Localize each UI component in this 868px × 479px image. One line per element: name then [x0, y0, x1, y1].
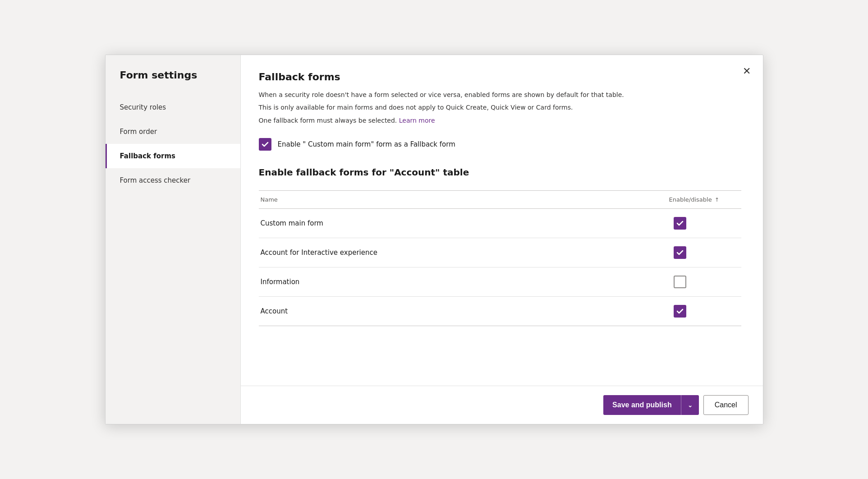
row-name: Account	[259, 307, 669, 315]
learn-more-link[interactable]: Learn more	[399, 117, 435, 124]
row-name: Account for Interactive experience	[259, 249, 669, 257]
sort-icon[interactable]: ↑	[715, 197, 719, 203]
save-publish-label: Save and publish	[603, 395, 681, 415]
save-chevron-icon[interactable]: ⌄	[681, 395, 699, 415]
table-row: Account	[259, 297, 741, 326]
col-enable-header: Enable/disable ↑	[669, 196, 741, 203]
sidebar-item-fallback-forms[interactable]: Fallback forms	[106, 144, 240, 168]
col-name-header: Name	[259, 196, 669, 203]
row-checkbox-3[interactable]	[674, 305, 686, 318]
table-header: Name Enable/disable ↑	[259, 191, 741, 209]
sidebar-item-security-roles[interactable]: Security roles	[106, 95, 240, 120]
table-row: Account for Interactive experience	[259, 238, 741, 267]
row-name: Custom main form	[259, 219, 669, 227]
footer: Save and publish ⌄ Cancel	[241, 386, 763, 424]
close-button[interactable]: ✕	[738, 62, 756, 80]
fallback-enable-label: Enable " Custom main form" form as a Fal…	[278, 140, 455, 148]
row-checkbox-2[interactable]	[674, 276, 686, 288]
description-line1: When a security role doesn't have a form…	[259, 90, 728, 100]
row-enable	[669, 217, 741, 230]
table-row: Information	[259, 267, 741, 297]
sidebar-nav: Security roles Form order Fallback forms…	[106, 95, 240, 193]
section-title: Fallback forms	[259, 71, 741, 83]
sidebar: Form settings Security roles Form order …	[106, 55, 241, 424]
fallback-enable-checkbox[interactable]	[259, 138, 271, 151]
row-enable	[669, 305, 741, 318]
sidebar-item-form-order[interactable]: Form order	[106, 120, 240, 144]
cancel-button[interactable]: Cancel	[703, 395, 749, 415]
description-line2: This is only available for main forms an…	[259, 102, 728, 112]
main-content: Fallback forms When a security role does…	[241, 55, 763, 386]
row-enable	[669, 246, 741, 259]
row-enable	[669, 276, 741, 288]
sidebar-item-form-access-checker[interactable]: Form access checker	[106, 168, 240, 193]
description-line3: One fallback form must always be selecte…	[259, 115, 728, 125]
form-settings-dialog: Form settings Security roles Form order …	[105, 55, 763, 424]
sub-title: Enable fallback forms for "Account" tabl…	[259, 167, 741, 178]
sidebar-title: Form settings	[106, 69, 240, 95]
fallback-enable-row: Enable " Custom main form" form as a Fal…	[259, 138, 741, 151]
row-checkbox-0[interactable]	[674, 217, 686, 230]
row-checkbox-1[interactable]	[674, 246, 686, 259]
fallback-table: Name Enable/disable ↑ Custom main form	[259, 190, 741, 326]
row-name: Information	[259, 278, 669, 286]
save-and-publish-button[interactable]: Save and publish ⌄	[603, 395, 699, 415]
table-row: Custom main form	[259, 209, 741, 238]
main-panel: Fallback forms When a security role does…	[241, 55, 763, 424]
